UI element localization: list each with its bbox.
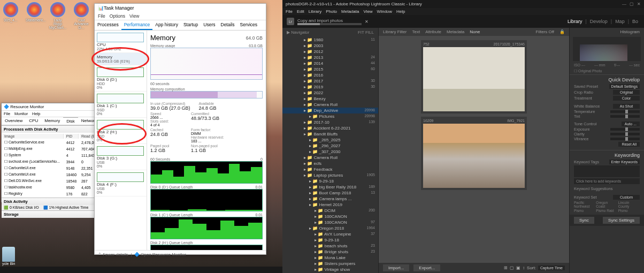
keyword-set-item[interactable]: Oregon Coast <box>596 201 617 208</box>
folder-item[interactable]: ▸ 📁 DCIM200 <box>282 208 378 214</box>
sort-dropdown[interactable]: Capture Time <box>538 266 565 270</box>
filter-text[interactable]: Text <box>412 29 420 34</box>
folder-item[interactable]: ▸ 📁 Beezy <box>282 96 378 102</box>
folder-item[interactable]: ▸ 📁 Mona Lake <box>282 255 378 261</box>
recycle-bin[interactable]: ycle Bin <box>2 247 16 266</box>
tab-processes[interactable]: Processes <box>95 20 121 30</box>
folder-item[interactable]: ▸ 📁 Pictures20998 <box>282 113 378 119</box>
grid-view-icon[interactable]: ⊞ <box>504 266 508 270</box>
folder-item[interactable]: ▸ 📁 Bridge shots23 <box>282 249 378 255</box>
loupe-view-icon[interactable]: ▢ <box>510 266 514 270</box>
folder-item[interactable]: ▸ 📁 beach shots23 <box>282 243 378 249</box>
fewer-details-link[interactable]: ⌃ Fewer details <box>98 252 128 257</box>
folder-item[interactable]: ▸ 📁 _307_2030 <box>282 149 378 155</box>
folder-item[interactable]: ▸ 📁 9-29-18 <box>282 237 378 243</box>
keyword-input[interactable] <box>574 165 640 177</box>
preset-dropdown[interactable]: Default Settings <box>609 84 640 89</box>
sync-settings-button[interactable]: Sync Settings <box>603 217 640 224</box>
sort-direction-icon[interactable]: ↕ <box>523 266 525 270</box>
task-manager-menu[interactable]: FileOptionsView <box>95 12 266 20</box>
folder-item[interactable]: ▸ 📁 2003 <box>282 43 378 49</box>
folder-item[interactable]: ▸ 📁 2012 <box>282 49 378 55</box>
folder-item[interactable]: ▸ 📁 2022 <box>282 90 378 96</box>
module-map[interactable]: Map <box>614 19 626 24</box>
folder-item[interactable]: ▸ 📁 AVX Lonepine37 <box>282 231 378 237</box>
cancel-import-button[interactable]: ✕ <box>365 19 369 24</box>
keyword-set-item[interactable]: Lincoln County <box>618 201 640 208</box>
folder-item[interactable]: ▸ 📁 100CANON <box>282 214 378 219</box>
tab-app-history[interactable]: App history <box>152 20 181 30</box>
auto-tone-button[interactable]: Auto ... <box>622 122 640 126</box>
tint-slider[interactable] <box>610 115 640 118</box>
keyword-set-item[interactable]: Pacific Northwest <box>574 201 595 208</box>
lock-icon[interactable]: 🔒 <box>559 29 565 34</box>
desktop-icon[interactable]: Lady Riggi MyChart... <box>49 2 66 29</box>
sidebar-disk4[interactable]: Disk 4 (F:) USB 0% <box>95 170 147 196</box>
folder-item[interactable]: ▸ 📁 Camera lamps ... <box>282 196 378 202</box>
import-button[interactable]: Import... <box>383 264 409 271</box>
filter-attribute[interactable]: Attribute <box>425 29 441 34</box>
compare-view-icon[interactable]: ▣ <box>516 266 520 270</box>
wb-dropdown[interactable]: As Shot <box>613 104 640 109</box>
keyword-set-item[interactable]: Pismo Raid <box>596 209 617 213</box>
tab-users[interactable]: Users <box>201 20 218 30</box>
navigator-header[interactable]: ▶ Navigator FIT FILL <box>282 28 378 37</box>
folder-item[interactable]: ▸ 📁 Bandit Bluffs <box>282 131 378 137</box>
tab-performance[interactable]: Performance <box>121 20 153 30</box>
folder-item[interactable]: ▸ 📁 _296_2027 <box>282 143 378 149</box>
lightroom-menu[interactable]: FileEditLibraryPhotoMetadataViewWindowHe… <box>282 8 644 15</box>
folder-item[interactable]: ▸ 📁 Hemet 2019 <box>282 202 378 208</box>
filter-metadata[interactable]: Metadata <box>447 29 464 34</box>
folder-item[interactable]: ▸ 📁 Dep_Archive20998 <box>282 108 378 113</box>
vibrance-slider[interactable] <box>610 138 640 140</box>
folder-item[interactable]: ▸ 📁 Laptop pictures1905 <box>282 172 378 178</box>
desktop-icon[interactable]: Your Advance D... <box>73 2 90 29</box>
folder-item[interactable]: ▸ 📁 _265_2025 <box>282 137 378 143</box>
filter-none[interactable]: None <box>470 29 480 34</box>
module-library[interactable]: Library <box>566 19 584 24</box>
folder-item[interactable]: ▸ 📁 Camera Roll <box>282 155 378 161</box>
folder-item[interactable]: ▸ 📁 201444 <box>282 60 378 66</box>
thumbnail-cell[interactable]: 16209IMG_7921 <box>421 117 527 190</box>
temp-slider[interactable] <box>610 110 640 113</box>
folder-item[interactable]: ▸ 📁 Feedback <box>282 166 378 172</box>
folder-item[interactable]: ▸ 📁 201324 <box>282 55 378 60</box>
folder-item[interactable]: ▸ 📁 Boot Camp 201813 <box>282 190 378 196</box>
folder-item[interactable]: ▸ 📁 201730 <box>282 78 378 84</box>
folder-item[interactable]: ▸ 📁 201930 <box>282 84 378 90</box>
filters-off[interactable]: Filters Off <box>535 29 554 34</box>
folder-item[interactable]: ▸ 📁 2017-10139 <box>282 119 378 125</box>
tab-startup[interactable]: Startup <box>181 20 201 30</box>
folder-item[interactable]: ▸ 📁 Vintage show <box>282 267 378 272</box>
folder-item[interactable]: ▸ 📁 2016 <box>282 72 378 78</box>
export-button[interactable]: Export... <box>413 264 440 271</box>
folder-item[interactable]: ▸ 📁 Accident 6-22-2021 <box>282 125 378 131</box>
exposure-slider[interactable] <box>610 128 640 131</box>
folder-item[interactable]: ▸ 📁 Camera Roll <box>282 102 378 108</box>
reset-all-button[interactable]: Reset All <box>618 142 640 147</box>
sidebar-disk3[interactable]: Disk 3 (G:) USB 0% <box>95 144 147 170</box>
crop-dropdown[interactable]: Original <box>613 90 640 95</box>
tags-dropdown[interactable]: Enter Keywords <box>609 160 640 164</box>
tab-services[interactable]: Services <box>237 20 260 30</box>
folder-item[interactable]: ▸ 📁 Sisters pumpers <box>282 261 378 267</box>
open-resource-monitor-link[interactable]: 🔷 Open Resource Monitor <box>134 252 186 257</box>
desktop-icon[interactable]: Statement... <box>26 2 43 29</box>
folder-item[interactable]: ▸ 📁 201560 <box>282 66 378 72</box>
folder-item[interactable]: ▸ 📁 9-29-18 <box>282 178 378 184</box>
sidebar-disk1[interactable]: Disk 1 (C:) SSD 0% <box>95 92 147 118</box>
keyword-set-item[interactable]: Pismo <box>618 209 640 213</box>
tab-details[interactable]: Details <box>218 20 237 30</box>
lightroom-titlebar[interactable]: photosDGR-2-2-v10-v11 - Adobe Photoshop … <box>282 0 644 8</box>
folder-item[interactable]: ▸ 📁 Oregon 20181964 <box>282 225 378 231</box>
tab-overview[interactable]: Overview <box>2 117 26 125</box>
tab-memory[interactable]: Memory <box>41 117 63 125</box>
folder-item[interactable]: ▸ 📁 198011 <box>282 37 378 43</box>
folder-item[interactable]: ▸ 📁 big Beer Rally 2018189 <box>282 184 378 190</box>
sync-button[interactable]: Sync <box>574 217 594 224</box>
desktop-icon[interactable]: 005_4... <box>2 2 19 29</box>
tab-cpu[interactable]: CPU <box>26 117 41 125</box>
tab-disk[interactable]: Disk <box>63 117 78 125</box>
folder-item[interactable]: ▸ 📁 100CANON97 <box>282 219 378 225</box>
task-manager-titlebar[interactable]: 📊 Task Manager <box>95 4 266 12</box>
